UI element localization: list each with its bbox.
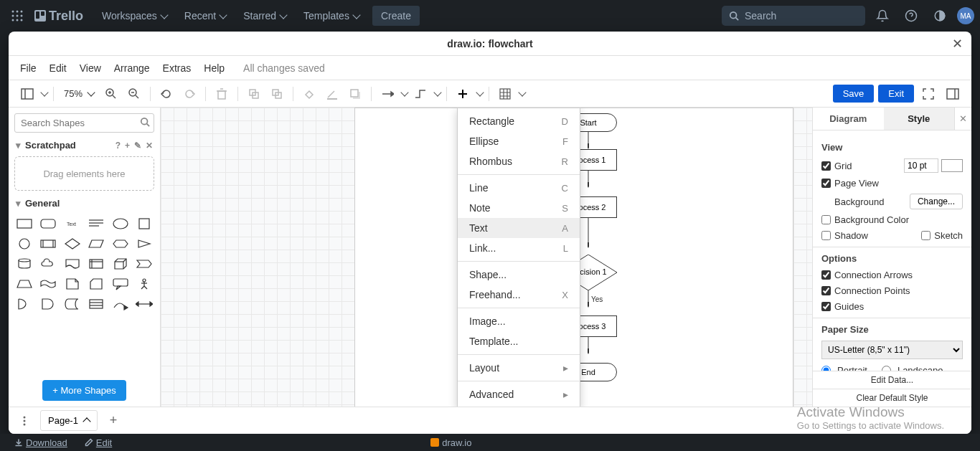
shape-or[interactable] — [14, 296, 34, 312]
cm-line[interactable]: LineC — [458, 178, 580, 198]
zoom-dropdown[interactable]: 75% — [60, 88, 98, 99]
background-change-button[interactable]: Change... — [910, 194, 963, 209]
page-tab-1[interactable]: Page-1 — [40, 410, 98, 431]
format-panel-icon[interactable] — [943, 84, 963, 104]
shape-rect[interactable] — [14, 216, 34, 232]
shape-cube[interactable] — [110, 256, 131, 272]
grid-color-swatch[interactable] — [941, 159, 963, 172]
scratchpad-dropzone[interactable]: Drag elements here — [14, 156, 154, 191]
cm-freehand[interactable]: Freehand...X — [458, 285, 580, 305]
canvas[interactable]: Start Process 1 Process 2 Decision 1 Yes… — [161, 108, 812, 407]
menu-arrange[interactable]: Arrange — [114, 62, 150, 74]
download-link[interactable]: Download — [14, 437, 67, 448]
fill-color-icon[interactable] — [299, 84, 319, 104]
redo-icon[interactable] — [179, 84, 199, 104]
general-header[interactable]: ▾ General — [14, 191, 154, 212]
menu-view[interactable]: View — [80, 62, 101, 74]
shape-arrow-bidir[interactable] — [135, 296, 155, 312]
nav-workspaces[interactable]: Workspaces — [95, 6, 174, 26]
sketch-checkbox[interactable]: Sketch — [921, 230, 963, 241]
shadow-icon[interactable] — [345, 84, 365, 104]
conn-points-checkbox[interactable]: Connection Points — [821, 285, 910, 296]
exit-button[interactable]: Exit — [878, 85, 914, 103]
chevron-down-icon[interactable] — [40, 88, 48, 96]
shape-text[interactable]: Text — [62, 216, 83, 232]
line-color-icon[interactable] — [322, 84, 342, 104]
cm-advanced[interactable]: Advanced▸ — [458, 384, 580, 404]
help-icon[interactable] — [900, 4, 923, 27]
scratchpad-help-icon[interactable]: ? — [116, 141, 121, 151]
paper-size-select[interactable]: US-Letter (8,5" x 11") — [821, 341, 963, 359]
more-shapes-button[interactable]: + More Shapes — [42, 380, 126, 401]
apps-grid-icon[interactable] — [6, 4, 29, 27]
nav-recent[interactable]: Recent — [177, 6, 233, 26]
chevron-down-icon[interactable] — [476, 88, 484, 96]
zoom-out-icon[interactable] — [124, 84, 144, 104]
edit-link[interactable]: Edit — [85, 437, 112, 448]
shape-ellipse[interactable] — [110, 216, 131, 232]
cm-template[interactable]: Template... — [458, 331, 580, 351]
search-input[interactable]: Search — [722, 6, 865, 26]
page-view-checkbox[interactable]: Page View — [821, 178, 879, 189]
shape-process[interactable] — [39, 236, 59, 252]
landscape-radio[interactable]: Landscape — [882, 365, 943, 371]
cm-link[interactable]: Link...L — [458, 238, 580, 258]
pages-menu-icon[interactable] — [14, 411, 34, 431]
to-back-icon[interactable] — [267, 84, 287, 104]
chevron-down-icon[interactable] — [400, 88, 408, 96]
cm-rhombus[interactable]: RhombusR — [458, 151, 580, 171]
cm-text[interactable]: TextA — [458, 218, 580, 238]
tab-style[interactable]: Style — [884, 108, 955, 130]
scratchpad-add-icon[interactable]: + — [125, 141, 130, 151]
close-icon[interactable]: ✕ — [952, 36, 963, 52]
shape-callout[interactable] — [110, 276, 131, 292]
conn-arrows-checkbox[interactable]: Connection Arrows — [821, 270, 913, 280]
chevron-down-icon[interactable] — [433, 88, 441, 96]
shape-hexagon[interactable] — [110, 236, 131, 252]
save-button[interactable]: Save — [833, 85, 875, 103]
add-page-button[interactable]: + — [103, 411, 123, 431]
shape-document[interactable] — [62, 256, 83, 272]
cm-layout[interactable]: Layout▸ — [458, 358, 580, 378]
create-button[interactable]: Create — [372, 6, 420, 26]
waypoint-icon[interactable] — [410, 84, 430, 104]
menu-edit[interactable]: Edit — [50, 62, 67, 74]
menu-file[interactable]: File — [20, 62, 37, 74]
shape-cloud[interactable] — [39, 256, 59, 272]
portrait-radio[interactable]: Portrait — [821, 365, 867, 371]
to-front-icon[interactable] — [244, 84, 264, 104]
insert-icon[interactable] — [453, 84, 473, 104]
shape-and[interactable] — [39, 296, 59, 312]
scratchpad-header[interactable]: ▾ Scratchpad ? + ✎ ✕ — [14, 133, 154, 153]
shape-step[interactable] — [135, 256, 155, 272]
shape-tape[interactable] — [39, 276, 59, 292]
cm-note[interactable]: NoteS — [458, 198, 580, 218]
shape-parallelogram[interactable] — [87, 236, 107, 252]
shadow-checkbox[interactable]: Shadow — [821, 230, 868, 241]
menu-extras[interactable]: Extras — [163, 62, 192, 74]
shape-actor[interactable] — [135, 276, 155, 292]
grid-checkbox[interactable]: Grid — [821, 161, 852, 171]
shape-textbox[interactable] — [87, 216, 107, 232]
shape-internal-storage[interactable] — [87, 256, 107, 272]
shape-cylinder[interactable] — [14, 256, 34, 272]
edit-data-button[interactable]: Edit Data... — [813, 371, 971, 389]
shape-note[interactable] — [62, 276, 83, 292]
shape-rounded-rect[interactable] — [39, 216, 59, 232]
shape-triangle[interactable] — [135, 236, 155, 252]
search-shapes-input[interactable] — [14, 113, 154, 133]
nav-templates[interactable]: Templates — [296, 6, 367, 26]
shape-square[interactable] — [135, 216, 155, 232]
cm-shape[interactable]: Shape... — [458, 265, 580, 285]
scratchpad-edit-icon[interactable]: ✎ — [134, 141, 141, 151]
guides-checkbox[interactable]: Guides — [821, 301, 864, 312]
trello-logo[interactable]: Trello — [29, 9, 89, 24]
shape-circle[interactable] — [14, 236, 34, 252]
connection-icon[interactable] — [377, 84, 397, 104]
drawio-link[interactable]: draw.io — [430, 437, 471, 448]
fullscreen-icon[interactable] — [918, 84, 938, 104]
notification-icon[interactable] — [871, 4, 894, 27]
shape-list[interactable] — [87, 296, 107, 312]
bg-color-checkbox[interactable]: Background Color — [821, 214, 909, 225]
avatar[interactable]: MA — [957, 7, 974, 24]
